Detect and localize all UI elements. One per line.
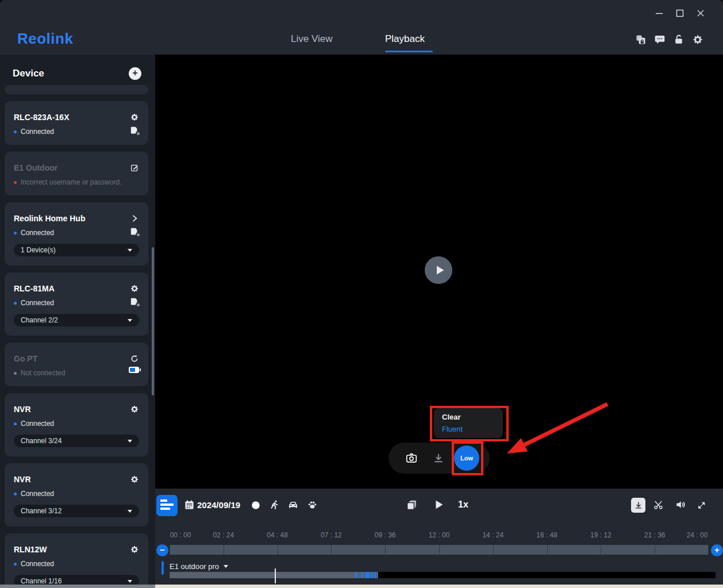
frame-by-frame-icon[interactable] xyxy=(406,499,417,510)
chevron-down-icon xyxy=(128,580,132,583)
timeline-tick xyxy=(170,545,170,555)
status-dot xyxy=(14,232,17,235)
device-card[interactable]: NVRConnectedChannel 3/24 xyxy=(5,393,148,456)
playback-speed[interactable]: 1x xyxy=(458,499,468,510)
files-badge-icon[interactable] xyxy=(129,125,139,135)
animal-filter-icon[interactable] xyxy=(307,499,318,510)
timeline-zoom-in-button[interactable]: + xyxy=(711,544,723,556)
app-header: Reolink Live View Playback xyxy=(0,26,723,55)
timeline-tick xyxy=(331,545,332,555)
gear-icon[interactable] xyxy=(130,475,139,484)
device-card[interactable]: RLN12WConnectedChannel 1/16 xyxy=(5,533,148,588)
status-dot xyxy=(14,372,17,375)
files-badge-icon[interactable] xyxy=(129,226,139,236)
timeline-zoom-out-button[interactable]: − xyxy=(156,544,168,556)
chevron-right-icon[interactable] xyxy=(130,214,139,223)
device-card[interactable]: NVRConnectedChannel 3/12 xyxy=(5,463,148,526)
settings-gear-icon[interactable] xyxy=(692,34,703,45)
event-segment xyxy=(361,572,363,578)
timeline-list-toggle-button[interactable] xyxy=(156,495,178,516)
snapshot-camera-icon[interactable] xyxy=(405,452,418,464)
device-card[interactable]: Go PTNot connected xyxy=(5,343,148,386)
channel-name: E1 outdoor pro xyxy=(170,562,219,571)
channel-select-label: Channel 1/16 xyxy=(21,577,61,585)
device-card[interactable]: Reolink Home HubConnected1 Device(s) xyxy=(5,202,148,266)
messages-icon[interactable] xyxy=(654,34,666,45)
device-status: Connected xyxy=(21,490,54,498)
tab-live-view[interactable]: Live View xyxy=(291,33,332,45)
status-dot xyxy=(14,493,17,495)
status-dot xyxy=(14,302,17,305)
battery-icon[interactable] xyxy=(129,367,139,373)
device-status: Connected xyxy=(21,299,54,307)
device-name: RLC-81MA xyxy=(14,284,55,293)
device-card[interactable]: RLC-81MAConnectedChannel 2/2 xyxy=(5,272,148,336)
maximize-button[interactable] xyxy=(674,7,686,19)
timeline-tick-label: 14 : 24 xyxy=(482,531,503,539)
device-card[interactable]: E1 OutdoorIncorrect username or password… xyxy=(5,152,148,195)
gear-icon[interactable] xyxy=(130,545,139,554)
calendar-icon[interactable] xyxy=(184,499,195,510)
play-button[interactable] xyxy=(432,498,445,511)
chevron-down-icon xyxy=(128,319,132,322)
play-overlay-button[interactable] xyxy=(425,256,452,284)
timeline-tick-label: 16 : 48 xyxy=(536,531,557,539)
event-segment xyxy=(371,572,373,578)
person-filter-icon[interactable] xyxy=(269,499,280,510)
event-segment xyxy=(374,572,376,578)
timeline-playhead[interactable] xyxy=(275,568,276,583)
tab-playback[interactable]: Playback xyxy=(385,33,425,45)
close-button[interactable] xyxy=(694,7,707,19)
edit-icon[interactable] xyxy=(130,163,139,172)
fullscreen-icon[interactable] xyxy=(697,499,707,510)
motion-filter-icon[interactable] xyxy=(251,500,261,510)
status-dot xyxy=(14,130,17,133)
channel-selector[interactable]: E1 outdoor pro xyxy=(170,562,228,571)
playback-date[interactable]: 2024/09/19 xyxy=(197,500,240,510)
timeline-tick xyxy=(278,545,278,555)
device-name: Go PT xyxy=(14,354,37,363)
gear-icon[interactable] xyxy=(130,284,139,293)
files-badge-icon[interactable] xyxy=(129,297,139,306)
device-status: Not connected xyxy=(21,369,65,377)
playback-video-area[interactable]: Clear Fluent Low xyxy=(155,55,723,489)
gear-icon[interactable] xyxy=(130,113,139,122)
clip-scissors-icon[interactable] xyxy=(653,499,664,510)
channel-select-label: Channel 2/2 xyxy=(21,316,58,324)
device-name: NVR xyxy=(14,475,31,484)
timeline-tick-label: 04 : 48 xyxy=(267,531,288,539)
timeline-tick-label: 12 : 00 xyxy=(429,531,450,539)
channel-select[interactable]: Channel 3/24 xyxy=(14,435,139,447)
event-segment xyxy=(366,572,370,578)
recording-track[interactable] xyxy=(170,572,716,578)
status-dot xyxy=(14,422,17,425)
timeline-tick-label: 07 : 12 xyxy=(321,531,342,539)
unlock-icon[interactable] xyxy=(673,34,684,45)
vehicle-filter-icon[interactable] xyxy=(287,499,299,511)
title-bar xyxy=(0,0,723,26)
chevron-down-icon xyxy=(128,510,132,513)
status-dot xyxy=(14,563,17,566)
download-clip-button[interactable] xyxy=(631,498,645,513)
timeline-tick-label: 19 : 12 xyxy=(590,531,612,539)
encrypted-files-icon[interactable] xyxy=(635,34,647,45)
channel-select[interactable]: Channel 2/2 xyxy=(14,314,139,326)
gear-icon[interactable] xyxy=(130,405,139,414)
channel-select[interactable]: Channel 3/12 xyxy=(14,505,139,517)
device-card[interactable]: RLC-823A-16XConnected xyxy=(5,101,148,145)
minimize-button[interactable] xyxy=(653,7,666,19)
add-device-button[interactable]: + xyxy=(129,67,141,80)
device-status: Connected xyxy=(21,229,54,237)
device-status: Connected xyxy=(21,128,54,136)
timeline-ruler[interactable] xyxy=(170,545,709,555)
device-card-partial[interactable] xyxy=(5,85,148,94)
audio-speaker-icon[interactable] xyxy=(675,499,686,510)
timeline-tick xyxy=(601,545,601,555)
refresh-icon[interactable] xyxy=(130,354,139,363)
timeline-tick-label: 24 : 00 xyxy=(687,531,708,539)
timeline-tick xyxy=(655,545,655,555)
sidebar-scrollbar[interactable] xyxy=(152,247,154,395)
download-icon[interactable] xyxy=(433,452,444,464)
channel-select[interactable]: 1 Device(s) xyxy=(14,244,139,256)
reolink-client-window: Reolink Live View Playback Device + RLC-… xyxy=(0,0,723,588)
